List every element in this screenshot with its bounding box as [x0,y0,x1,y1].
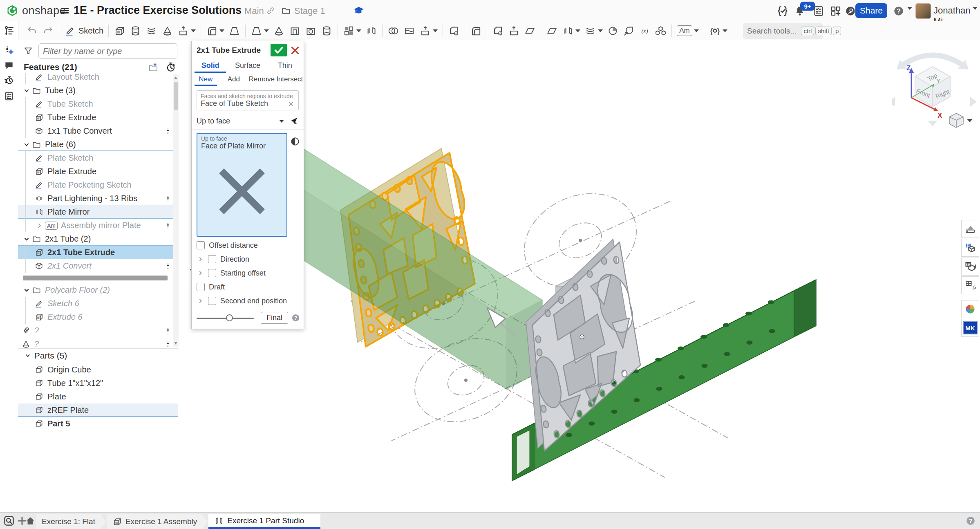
chevron-down-icon[interactable] [575,29,580,32]
extrude-button[interactable] [112,22,128,39]
assembly-context-button[interactable]: {} [707,22,729,39]
flip-direction-icon[interactable] [290,136,300,147]
feature-row[interactable]: 2x1 Tube (2) [18,232,178,246]
help-caret-icon[interactable] [906,10,912,17]
view-cube[interactable]: Top Front Right Y Z X [892,48,980,128]
loft-button[interactable] [159,22,175,39]
split-button[interactable] [401,22,417,39]
learning-center-icon[interactable] [844,5,857,17]
context-dots-icon[interactable] [164,261,172,271]
draft-button[interactable] [248,22,271,39]
feature-row[interactable]: Plate (6) [18,138,178,151]
delete-part-button[interactable] [446,22,462,39]
part-row[interactable]: Origin Cube [18,363,178,377]
end-condition-dropdown[interactable]: Up to face [192,114,304,130]
user-caret-icon[interactable] [971,10,978,17]
slider-knob[interactable] [226,314,233,321]
final-button[interactable]: Final [261,312,288,324]
import-button[interactable] [621,22,637,39]
tab-thin[interactable]: Thin [266,59,304,73]
clear-icon[interactable] [201,226,283,234]
tab-new[interactable]: New [192,73,220,86]
plane-button[interactable] [544,22,560,39]
chevron-down-icon[interactable] [723,29,727,32]
chevron-down-icon[interactable] [356,29,361,32]
named-positions-panel-button[interactable] [961,258,979,276]
viewport-help-icon[interactable]: ? [965,516,976,526]
chevron-down-icon[interactable] [191,29,196,32]
feature-row[interactable]: ? [18,324,178,337]
confirm-button[interactable] [271,44,287,56]
rollback-history-icon[interactable] [165,61,177,73]
faces-field[interactable]: Faces and sketch regions to extrude Face… [197,90,299,110]
chevron-right-icon[interactable] [197,269,205,277]
learning-cap-icon[interactable] [353,5,365,16]
redo-button[interactable] [40,22,56,39]
chevron-down-icon[interactable] [21,235,32,244]
part-row[interactable]: Tube 1"x1"x12" [18,377,178,390]
chevron-right-icon[interactable] [197,255,205,263]
feature-row[interactable]: Tube Sketch [18,97,178,111]
feature-row[interactable]: Layout Sketch [18,73,178,84]
checkbox[interactable] [208,269,216,277]
chamfer-button[interactable] [226,22,242,39]
checkbox[interactable] [197,241,205,249]
feature-row[interactable]: Polycarb Floor (2) [18,283,178,297]
chevron-down-icon[interactable] [219,29,224,32]
mk-app-button[interactable]: MK [961,319,979,337]
configurations-panel-button[interactable] [961,239,979,257]
chevron-down-icon[interactable] [21,286,32,295]
filter-icon[interactable] [23,46,34,56]
part-row[interactable]: zREF Plate [18,403,178,417]
chevron-down-icon[interactable] [433,29,438,32]
feature-row[interactable]: 2x1 Convert [18,259,178,273]
feature-row[interactable]: Plate Sketch [18,151,178,165]
context-dots-icon[interactable] [164,126,172,136]
move-face-button[interactable] [506,22,522,39]
tab-remove[interactable]: Remove [248,73,276,86]
feature-row[interactable]: 2x1 Tube Extrude [18,246,178,259]
custom-feature-button[interactable]: Am [675,22,701,39]
color-wheel-app-button[interactable] [961,300,979,318]
feature-row[interactable]: 1x1 Tube Convert [18,124,178,138]
upto-face-field[interactable]: Up to face Face of Plate Mirror [197,133,287,237]
rib-button[interactable] [271,22,287,39]
feature-list-toggle-button[interactable] [0,21,18,40]
delete-face-button[interactable] [490,22,506,39]
insert-feature-icon[interactable] [4,45,14,56]
workspace-label[interactable]: Main [244,6,264,16]
appearance-panel-button[interactable] [961,220,979,238]
sweep-button[interactable] [143,22,159,39]
feature-row[interactable]: Tube (3) [18,84,178,97]
feature-row[interactable]: Plate Extrude [18,165,178,178]
document-tab[interactable]: Exercise 1: Flat [36,514,106,529]
feature-row[interactable]: Part Lightening - 13 Ribs [18,192,178,205]
undo-button[interactable] [24,22,40,39]
home-icon[interactable] [25,515,36,527]
parts-section[interactable]: Parts (5) [24,351,67,361]
chevron-right-icon[interactable] [197,297,205,305]
mirror-feature-button[interactable] [363,22,379,39]
chevron-down-icon[interactable] [264,29,269,32]
tab-solid[interactable]: Solid [192,59,229,73]
search-tools[interactable]: Search tools... ctrlshiftp [743,23,823,39]
revolve-button[interactable] [128,22,143,39]
select-cursor-icon[interactable] [289,116,299,126]
sketch-button[interactable]: Sketch [62,22,105,39]
boolean-button[interactable] [385,22,401,39]
filter-input[interactable] [38,43,177,59]
document-tab[interactable]: Exercise 1 Assembly [107,514,208,529]
view-options-button[interactable] [949,113,973,128]
context-dots-icon[interactable] [164,194,172,204]
feature-row[interactable]: Extrude 6 [18,310,178,324]
avatar[interactable] [915,3,931,19]
comments-icon[interactable] [4,60,14,71]
checkbox[interactable] [197,283,205,291]
dialog-help-icon[interactable]: ? [291,313,300,323]
fillet-surface-button[interactable] [468,22,484,39]
part-row[interactable]: Plate [18,390,178,403]
helix-button[interactable] [582,22,605,39]
chevron-down-icon[interactable] [598,29,603,32]
thread-button[interactable] [319,22,335,39]
feature-row[interactable]: ? [18,337,178,348]
